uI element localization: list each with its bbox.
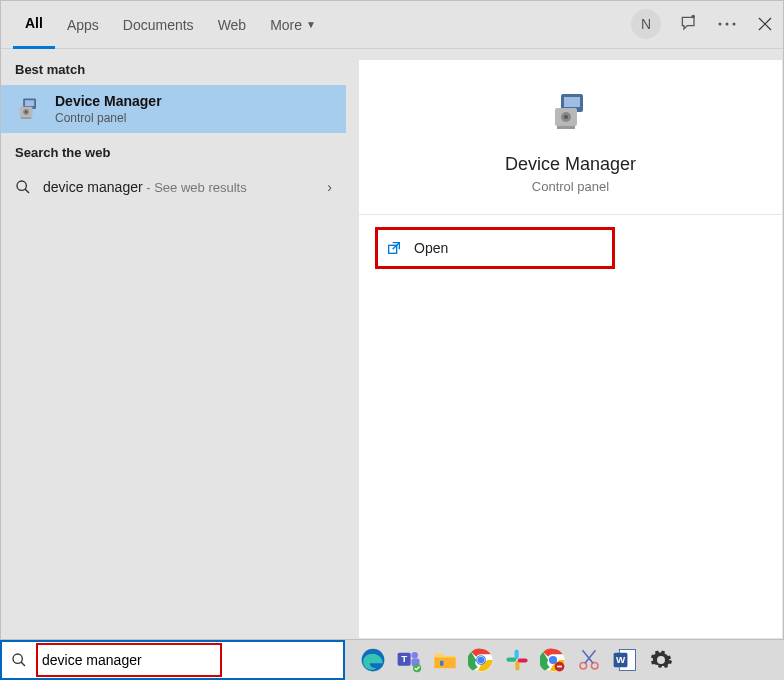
web-search-result[interactable]: device manager - See web results › [1, 168, 346, 206]
windows-search-panel: All Apps Documents Web More ▼ N Best mat… [0, 0, 784, 640]
svg-point-22 [411, 652, 418, 659]
edge-icon[interactable] [359, 646, 387, 674]
taskbar: T W [0, 640, 784, 680]
chevron-down-icon: ▼ [306, 19, 316, 30]
tab-documents[interactable]: Documents [111, 1, 206, 49]
svg-rect-12 [564, 97, 580, 107]
search-input[interactable] [42, 652, 216, 668]
device-manager-icon [15, 95, 43, 123]
svg-rect-5 [25, 100, 34, 106]
svg-point-3 [733, 23, 736, 26]
open-external-icon [386, 240, 402, 256]
svg-point-15 [564, 115, 568, 119]
svg-point-0 [692, 15, 695, 18]
user-avatar[interactable]: N [631, 9, 661, 39]
chrome-canary-icon[interactable] [539, 646, 567, 674]
preview-title: Device Manager [505, 154, 636, 175]
section-search-web: Search the web [1, 133, 346, 168]
search-icon [15, 179, 31, 195]
chrome-icon[interactable] [467, 646, 495, 674]
section-best-match: Best match [1, 50, 346, 85]
svg-point-30 [478, 657, 485, 664]
word-icon[interactable]: W [611, 646, 639, 674]
device-manager-icon [547, 88, 595, 136]
results-list: Best match Device Manager Control panel … [1, 50, 346, 639]
svg-point-1 [719, 23, 722, 26]
svg-rect-33 [515, 661, 519, 671]
file-explorer-icon[interactable] [431, 646, 459, 674]
svg-rect-16 [557, 126, 575, 129]
svg-point-8 [25, 111, 27, 113]
close-icon[interactable] [755, 14, 775, 34]
header-actions: N [631, 9, 775, 39]
open-button[interactable]: Open [375, 227, 615, 269]
open-label: Open [414, 240, 448, 256]
feedback-icon[interactable] [679, 14, 699, 34]
preview-pane: Device Manager Control panel Open [359, 60, 782, 638]
tab-more-label: More [270, 17, 302, 33]
svg-rect-34 [518, 658, 528, 662]
svg-rect-26 [440, 661, 443, 666]
preview-header: Device Manager Control panel [359, 60, 782, 215]
chevron-right-icon: › [327, 179, 332, 195]
options-icon[interactable] [717, 14, 737, 34]
taskbar-search[interactable] [0, 640, 345, 680]
tab-apps[interactable]: Apps [55, 1, 111, 49]
svg-point-10 [17, 181, 26, 190]
svg-point-2 [726, 23, 729, 26]
search-icon [2, 652, 36, 668]
settings-icon[interactable] [647, 646, 675, 674]
svg-rect-9 [21, 117, 32, 119]
svg-text:T: T [401, 653, 407, 664]
web-query: device manager [43, 179, 143, 195]
tab-web[interactable]: Web [206, 1, 259, 49]
taskbar-apps: T W [359, 646, 675, 674]
svg-rect-31 [515, 649, 519, 659]
svg-text:W: W [616, 654, 626, 665]
tab-more[interactable]: More ▼ [258, 1, 328, 49]
web-hint: - See web results [143, 180, 247, 195]
teams-icon[interactable]: T [395, 646, 423, 674]
snipping-tool-icon[interactable] [575, 646, 603, 674]
svg-rect-25 [434, 658, 455, 669]
slack-icon[interactable] [503, 646, 531, 674]
result-text: Device Manager Control panel [55, 93, 162, 125]
svg-point-36 [549, 656, 557, 664]
svg-point-18 [13, 654, 22, 663]
result-title: Device Manager [55, 93, 162, 109]
svg-rect-32 [506, 658, 516, 662]
result-device-manager[interactable]: Device Manager Control panel [1, 85, 346, 133]
svg-rect-38 [557, 666, 562, 668]
result-subtitle: Control panel [55, 111, 162, 125]
preview-subtitle: Control panel [532, 179, 609, 194]
tab-all[interactable]: All [13, 1, 55, 49]
